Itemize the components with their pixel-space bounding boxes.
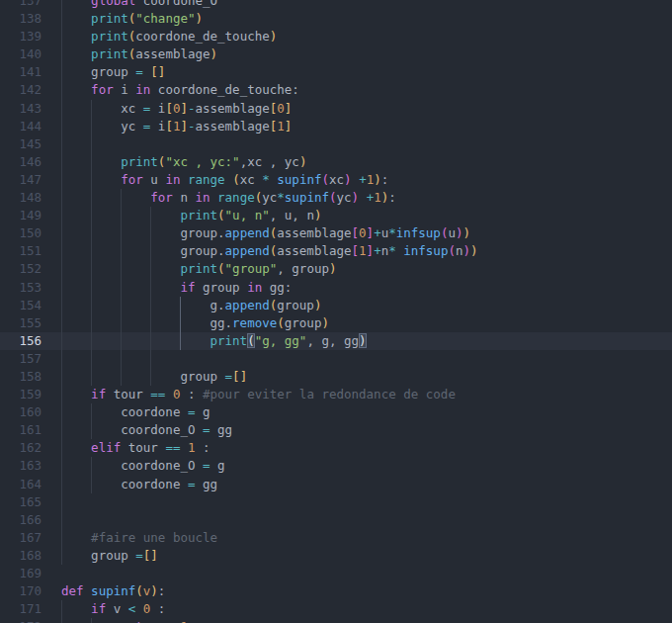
code-line[interactable]: 165 [0, 493, 672, 511]
code-line-active[interactable]: 156 print("g, gg", g, gg) [0, 332, 672, 350]
code-line[interactable]: 151 group.append(assemblage[1]+n* infsup… [0, 242, 672, 260]
code-token: in [247, 280, 262, 295]
line-number[interactable]: 166 [0, 511, 42, 529]
code-token: print [91, 11, 128, 26]
line-number[interactable]: 164 [0, 476, 42, 493]
line-number[interactable]: 157 [0, 350, 42, 368]
code-text: if tour == 0 : #pour eviter la redondanc… [42, 386, 672, 403]
code-token: ,xc , yc [240, 154, 299, 169]
code-content: group =[] [42, 368, 672, 386]
code-line[interactable]: 170def supinf(v): [0, 582, 672, 600]
code-token: , g, gg [306, 333, 359, 348]
code-token [135, 601, 143, 616]
line-number[interactable]: 159 [0, 386, 42, 403]
code-line[interactable]: 150 group.append(assemblage[0]+u*infsup(… [0, 224, 672, 242]
code-token: v [106, 601, 128, 616]
code-line[interactable]: 148 for n in range(yc*supinf(yc) +1): [0, 189, 672, 207]
code-line[interactable]: 155 gg.remove(group) [0, 314, 672, 332]
line-number[interactable]: 156 [0, 332, 42, 350]
line-number[interactable]: 147 [0, 171, 42, 189]
line-number[interactable]: 145 [0, 135, 42, 153]
line-number[interactable]: 148 [0, 189, 42, 207]
line-number[interactable]: 139 [0, 28, 42, 45]
line-number[interactable]: 153 [0, 279, 42, 297]
line-number[interactable]: 155 [0, 314, 42, 332]
code-token: in [135, 82, 150, 97]
code-token: 0 [359, 225, 367, 240]
line-number[interactable]: 171 [0, 600, 42, 618]
line-number[interactable]: 172 [0, 618, 42, 623]
line-number[interactable]: 149 [0, 207, 42, 224]
code-line[interactable]: 159 if tour == 0 : #pour eviter la redon… [0, 386, 672, 403]
code-text: g.append(group) [42, 297, 672, 314]
code-line[interactable]: 166 [0, 511, 672, 529]
code-line[interactable]: 152 print("group", group) [0, 260, 672, 278]
code-content: print("xc , yc:",xc , yc) [42, 153, 672, 171]
code-content: for n in range(yc*supinf(yc) +1): [42, 189, 672, 207]
code-token: [ [165, 101, 173, 116]
code-editor[interactable]: 137 global coordone_O138 print("change")… [0, 0, 672, 623]
code-line[interactable]: 163 coordone_O = g [0, 457, 672, 475]
line-number[interactable]: 142 [0, 81, 42, 99]
code-token: , u, n [270, 208, 314, 222]
line-number[interactable]: 167 [0, 529, 42, 547]
code-line[interactable]: 160 coordone = g [0, 403, 672, 421]
line-number[interactable]: 169 [0, 565, 42, 582]
line-number[interactable]: 154 [0, 297, 42, 314]
line-number[interactable]: 162 [0, 439, 42, 457]
line-number[interactable]: 143 [0, 100, 42, 118]
code-line[interactable]: 167 #faire une boucle [0, 529, 672, 547]
line-number[interactable]: 161 [0, 421, 42, 439]
line-number[interactable]: 151 [0, 242, 42, 260]
code-line[interactable]: 171 if v < 0 : [0, 600, 672, 618]
code-line[interactable]: 157 [0, 350, 672, 368]
code-text: group =[] [42, 547, 672, 565]
code-token: assemblage [277, 225, 351, 240]
code-line[interactable]: 143 xc = i[0]-assemblage[0] [0, 100, 672, 118]
code-line[interactable]: 149 print("u, n", u, n) [0, 207, 672, 224]
line-number[interactable]: 170 [0, 582, 42, 600]
line-number[interactable]: 138 [0, 10, 42, 28]
code-text: print("g, gg", g, gg) [42, 332, 672, 350]
line-number[interactable]: 160 [0, 403, 42, 421]
code-line[interactable]: 139 print(coordone_de_touche) [0, 28, 672, 45]
code-line[interactable]: 142 for i in coordone_de_touche: [0, 81, 672, 99]
code-line[interactable]: 147 for u in range (xc * supinf(xc) +1): [0, 171, 672, 189]
code-line[interactable]: 154 g.append(group) [0, 297, 672, 314]
code-line[interactable]: 164 coordone = gg [0, 476, 672, 493]
code-line[interactable]: 145 [0, 135, 672, 153]
line-number[interactable]: 144 [0, 118, 42, 135]
code-token: [ [352, 243, 360, 258]
code-text: print("change") [42, 10, 672, 28]
line-number[interactable]: 152 [0, 260, 42, 278]
code-text: print("xc , yc:",xc , yc) [42, 153, 672, 171]
matched-bracket: ) [359, 333, 367, 348]
line-number[interactable]: 137 [0, 0, 42, 10]
code-line[interactable]: 158 group =[] [0, 368, 672, 386]
line-number[interactable]: 158 [0, 368, 42, 386]
line-number[interactable]: 140 [0, 45, 42, 63]
code-token: : [180, 387, 203, 401]
code-line[interactable]: 161 coordone_O = gg [0, 421, 672, 439]
code-line[interactable]: 172 return -1 [0, 618, 672, 623]
code-line[interactable]: 144 yc = i[1]-assemblage[1] [0, 118, 672, 135]
line-number[interactable]: 150 [0, 224, 42, 242]
code-line[interactable]: 168 group =[] [0, 547, 672, 565]
code-line[interactable]: 162 elif tour == 1 : [0, 439, 672, 457]
line-number[interactable]: 168 [0, 547, 42, 565]
code-line[interactable]: 169 [0, 565, 672, 582]
line-number[interactable]: 146 [0, 153, 42, 171]
code-line[interactable]: 137 global coordone_O [0, 0, 672, 10]
code-line[interactable]: 141 group = [] [0, 63, 672, 81]
line-number[interactable]: 141 [0, 63, 42, 81]
code-content: for i in coordone_de_touche: [42, 81, 672, 99]
line-number[interactable]: 165 [0, 493, 42, 511]
code-line[interactable]: 138 print("change") [0, 10, 672, 28]
code-line[interactable]: 140 print(assemblage) [0, 45, 672, 63]
indent-guide [91, 350, 92, 368]
code-line[interactable]: 146 print("xc , yc:",xc , yc) [0, 153, 672, 171]
code-line[interactable]: 153 if group in gg: [0, 279, 672, 297]
code-token: range [188, 172, 225, 187]
code-token: * [277, 190, 285, 205]
line-number[interactable]: 163 [0, 457, 42, 475]
